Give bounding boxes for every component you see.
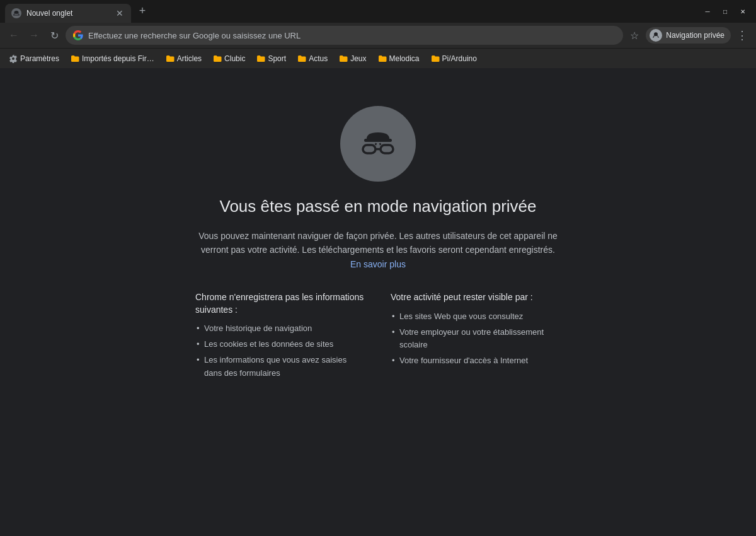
folder-icon-articles — [166, 55, 175, 62]
bookmark-actus[interactable]: Actus — [292, 51, 333, 66]
incognito-main-icon — [340, 106, 416, 182]
activity-visible-col: Votre activité peut rester visible par :… — [391, 291, 561, 382]
svg-line-12 — [375, 143, 376, 145]
new-tab-button[interactable]: + — [134, 3, 151, 20]
toolbar: ← → ↻ Effectuez une recherche sur Google… — [0, 23, 756, 48]
active-tab[interactable]: Nouvel onglet ✕ — [5, 4, 131, 23]
bookmark-sport[interactable]: Sport — [251, 51, 291, 66]
bookmark-articles-label: Articles — [177, 54, 202, 63]
bookmark-imported-label: Importés depuis Fir… — [82, 54, 154, 63]
reload-button[interactable]: ↻ — [45, 26, 63, 44]
bookmark-clubic[interactable]: Clubic — [208, 51, 250, 66]
bookmark-melodica-label: Melodica — [389, 54, 420, 63]
title-bar: Nouvel onglet ✕ + ─ □ ✕ — [0, 0, 756, 23]
three-dots-icon: ⋮ — [736, 28, 748, 42]
profile-label: Navigation privée — [666, 31, 724, 40]
folder-icon-imported — [71, 55, 79, 62]
tab-strip: Nouvel onglet ✕ + — [0, 0, 694, 23]
folder-icon-jeux — [339, 55, 348, 62]
incognito-small-icon — [651, 31, 660, 40]
bookmark-clubic-label: Clubic — [224, 54, 245, 63]
window-controls: ─ □ ✕ — [694, 5, 756, 18]
bookmark-actus-label: Actus — [309, 54, 328, 63]
description-text: Vous pouvez maintenant naviguer de façon… — [198, 231, 558, 255]
back-icon: ← — [9, 30, 19, 41]
folder-icon-piarduino — [431, 55, 440, 62]
list-item: Votre historique de navigation — [195, 322, 365, 335]
profile-button[interactable]: Navigation privée — [646, 27, 731, 44]
chrome-wont-save-col: Chrome n'enregistrera pas les informatio… — [195, 291, 365, 382]
col1-list: Votre historique de navigation Les cooki… — [195, 322, 365, 380]
tab-incognito-icon — [11, 8, 21, 18]
address-bar[interactable]: Effectuez une recherche sur Google ou sa… — [66, 26, 623, 45]
avatar — [650, 29, 662, 42]
list-item: Les cookies et les données de sites — [195, 338, 365, 351]
bookmark-imported[interactable]: Importés depuis Fir… — [66, 51, 159, 66]
list-item: Les informations que vous avez saisies d… — [195, 354, 365, 380]
forward-icon: → — [29, 30, 39, 41]
bookmark-articles[interactable]: Articles — [161, 51, 207, 66]
folder-icon-sport — [256, 55, 265, 62]
settings-icon — [9, 54, 18, 63]
close-window-button[interactable]: ✕ — [735, 5, 751, 18]
folder-icon-actus — [297, 55, 306, 62]
incognito-svg — [355, 121, 401, 166]
bookmarks-bar: Paramètres Importés depuis Fir… Articles… — [0, 48, 756, 68]
bookmark-melodica[interactable]: Melodica — [373, 51, 425, 66]
address-input[interactable]: Effectuez une recherche sur Google ou sa… — [88, 31, 616, 40]
chrome-menu-button[interactable]: ⋮ — [733, 26, 751, 44]
svg-line-13 — [380, 143, 381, 145]
svg-rect-9 — [363, 145, 375, 153]
bookmark-piarduino[interactable]: Pi/Arduino — [426, 51, 482, 66]
folder-icon-clubic — [213, 55, 222, 62]
folder-icon-melodica — [378, 55, 387, 62]
col2-title: Votre activité peut rester visible par : — [391, 291, 561, 304]
svg-rect-8 — [364, 139, 392, 142]
back-button[interactable]: ← — [5, 26, 23, 44]
list-item: Votre fournisseur d'accès à Internet — [391, 354, 561, 368]
svg-rect-6 — [13, 15, 20, 16]
forward-button[interactable]: → — [25, 26, 43, 44]
maximize-button[interactable]: □ — [717, 5, 733, 18]
two-columns-block: Chrome n'enregistrera pas les informatio… — [183, 291, 573, 382]
list-item: Les sites Web que vous consultez — [391, 310, 561, 323]
svg-rect-4 — [13, 15, 15, 15]
incognito-heading: Vous êtes passé en mode navigation privé… — [219, 197, 536, 216]
col1-title: Chrome n'enregistrera pas les informatio… — [195, 291, 365, 316]
reload-icon: ↻ — [50, 30, 59, 42]
bookmark-jeux[interactable]: Jeux — [334, 51, 371, 66]
bookmark-sport-label: Sport — [268, 54, 286, 63]
tab-title: Nouvel onglet — [26, 9, 110, 18]
star-icon: ☆ — [630, 30, 639, 42]
list-item: Votre employeur ou votre établissement s… — [391, 326, 561, 352]
google-logo-icon — [73, 30, 83, 40]
bookmark-piarduino-label: Pi/Arduino — [442, 54, 477, 63]
bookmark-settings[interactable]: Paramètres — [4, 51, 64, 66]
tab-close-button[interactable]: ✕ — [115, 8, 125, 18]
bookmark-star-button[interactable]: ☆ — [626, 26, 643, 44]
bookmark-jeux-label: Jeux — [350, 54, 366, 63]
col2-list: Les sites Web que vous consultez Votre e… — [391, 310, 561, 368]
learn-more-link[interactable]: En savoir plus — [350, 259, 406, 269]
minimize-button[interactable]: ─ — [699, 5, 716, 18]
description-block: Vous pouvez maintenant naviguer de façon… — [195, 229, 561, 271]
svg-rect-5 — [18, 15, 20, 15]
svg-rect-10 — [381, 145, 393, 153]
main-content: Vous êtes passé en mode navigation privé… — [0, 68, 756, 536]
settings-bookmark-label: Paramètres — [20, 54, 59, 63]
